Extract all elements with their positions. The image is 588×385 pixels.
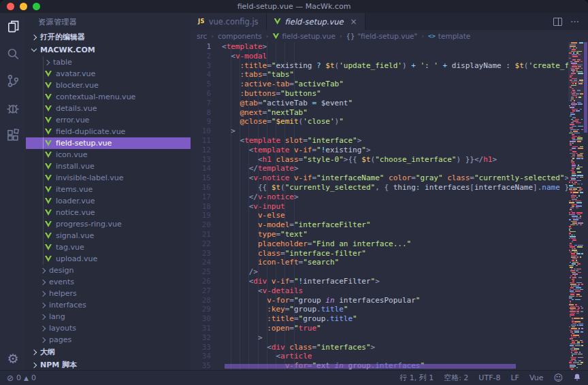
split-editor-icon[interactable]: [553, 18, 562, 26]
tree-item-interfaces[interactable]: interfaces: [26, 299, 191, 311]
tab-label: field-setup.vue: [285, 17, 344, 27]
vertical-scrollbar[interactable]: [583, 42, 588, 370]
tree-item-label: interfaces: [49, 301, 86, 309]
symbol-template-icon: <>: [428, 33, 436, 39]
vue-file-icon: [45, 221, 52, 227]
minimize-window-icon[interactable]: [20, 3, 27, 10]
breadcrumb-item-1[interactable]: src: [197, 32, 207, 40]
line-number: 13: [191, 155, 211, 165]
tree-item-progress-ring-vue[interactable]: progress-ring.vue: [26, 218, 191, 230]
tab-field-setup-vue[interactable]: field-setup.vue×: [267, 13, 365, 30]
tree-item-icon-vue[interactable]: icon.vue: [26, 149, 191, 161]
status-item-lf[interactable]: LF: [510, 373, 519, 382]
line-number: 9: [191, 117, 211, 127]
notifications-bell-icon[interactable]: [573, 373, 581, 384]
tab-vue-config-js[interactable]: JSvue.config.js: [191, 13, 267, 30]
line-number: 6: [191, 89, 211, 99]
breadcrumb-item-5[interactable]: <>template: [428, 32, 470, 40]
tree-item-label: install.vue: [56, 162, 95, 171]
maximize-window-icon[interactable]: [33, 3, 40, 10]
breadcrumb-item-2[interactable]: components: [218, 32, 262, 40]
tree-item-upload-vue[interactable]: upload.vue: [26, 253, 191, 265]
feedback-smiley-icon[interactable]: ☺: [553, 373, 563, 383]
settings-gear-icon[interactable]: ⚙: [0, 347, 26, 370]
line-number: 31: [191, 324, 211, 333]
outline-section[interactable]: 大纲: [26, 346, 191, 358]
code-line-text: <v-details: [222, 286, 568, 296]
tree-item-field-setup-vue[interactable]: field-setup.vue: [26, 137, 191, 149]
code-editor[interactable]: 1<template>2 <v-modal3 :title="existing …: [191, 42, 588, 370]
sidebar-title: 资源管理器: [26, 13, 191, 31]
close-tab-icon[interactable]: ×: [350, 17, 357, 27]
vue-file-icon: [45, 210, 52, 216]
tree-item-loader-vue[interactable]: loader.vue: [26, 195, 191, 207]
tree-item-label: table: [53, 58, 72, 67]
code-line-text: type="text": [222, 230, 568, 239]
title-bar: field-setup.vue — MacWk.com: [0, 0, 588, 13]
tree-item-label: upload.vue: [56, 254, 97, 263]
debug-icon[interactable]: [0, 95, 26, 122]
tree-item-tag-vue[interactable]: tag.vue: [26, 241, 191, 253]
breadcrumb-item-3[interactable]: field-setup.vue: [272, 32, 335, 40]
status-item-utf-8[interactable]: UTF-8: [478, 373, 500, 382]
status-item--2[interactable]: 空格: 2: [444, 373, 468, 383]
horizontal-scrollbar-thumb[interactable]: [225, 364, 516, 369]
status-bar: ⊘ 0 ▲ 0 行 1, 列 1空格: 2UTF-8LFVue ☺: [0, 370, 588, 385]
tree-item-helpers[interactable]: helpers: [26, 288, 191, 299]
tree-item-install-vue[interactable]: install.vue: [26, 161, 191, 172]
tree-item-items-vue[interactable]: items.vue: [26, 184, 191, 195]
npm-scripts-section[interactable]: NPM 脚本: [26, 358, 191, 370]
minimap[interactable]: [568, 42, 583, 370]
tree-item-details-vue[interactable]: details.vue: [26, 103, 191, 114]
source-control-icon[interactable]: [0, 67, 26, 95]
extensions-icon[interactable]: [0, 122, 26, 149]
workspace-root-section[interactable]: MACWK.COM: [26, 44, 191, 56]
close-window-icon[interactable]: [7, 3, 14, 10]
code-line-text: :buttons="buttons": [222, 89, 568, 99]
code-line: 16 {{ $t("currently_selected", { thing: …: [191, 183, 568, 192]
more-actions-icon[interactable]: ⋯: [570, 18, 580, 25]
tree-item-label: loader.vue: [56, 197, 95, 205]
vertical-scrollbar-thumb[interactable]: [584, 42, 587, 133]
code-line-text: v-else: [222, 211, 568, 220]
tree-item-pages[interactable]: pages: [26, 334, 191, 346]
tree-item-error-vue[interactable]: error.vue: [26, 114, 191, 126]
code-line-text: :title="existing ? $t('update_field') + …: [222, 61, 568, 71]
tree-item-label: events: [49, 278, 74, 286]
tree-item-notice-vue[interactable]: notice.vue: [26, 207, 191, 218]
search-icon[interactable]: [0, 40, 26, 67]
tree-item-contextual-menu-vue[interactable]: contextual-menu.vue: [26, 91, 191, 103]
code-line: 22 placeholder="Find an interface...": [191, 239, 568, 249]
indent-guide: [43, 80, 44, 91]
chevron-right-icon: [40, 267, 46, 273]
tree-item-events[interactable]: events: [26, 276, 191, 288]
tree-item-invisible-label-vue[interactable]: invisible-label.vue: [26, 172, 191, 184]
open-editors-section[interactable]: 打开的编辑器: [26, 31, 191, 44]
file-tree: tableavatar.vueblocker.vuecontextual-men…: [26, 56, 191, 346]
tree-item-lang[interactable]: lang: [26, 311, 191, 322]
tree-item-field-duplicate-vue[interactable]: field-duplicate.vue: [26, 126, 191, 137]
code-line: 23 class="interface-filter": [191, 249, 568, 258]
breadcrumb-item-4[interactable]: {}"field-setup.vue": [346, 32, 418, 40]
explorer-sidebar: 资源管理器 打开的编辑器 MACWK.COM tableavatar.vuebl…: [26, 13, 191, 370]
js-file-icon: JS: [198, 18, 205, 24]
status-item--1-1[interactable]: 行 1, 列 1: [399, 373, 434, 383]
vscode-window: field-setup.vue — MacWk.com ⚙ 资源管理器: [0, 0, 588, 385]
tree-item-signal-vue[interactable]: signal.vue: [26, 230, 191, 241]
tree-item-design[interactable]: design: [26, 265, 191, 276]
tree-item-label: progress-ring.vue: [56, 220, 122, 229]
tree-item-layouts[interactable]: layouts: [26, 322, 191, 334]
explorer-icon[interactable]: [0, 13, 26, 40]
tree-item-avatar-vue[interactable]: avatar.vue: [26, 68, 191, 80]
braces-icon: {}: [346, 33, 355, 40]
tree-item-label: layouts: [49, 324, 76, 333]
problems-indicator[interactable]: ⊘ 0 ▲ 0: [7, 373, 36, 383]
chevron-right-icon: [31, 362, 37, 367]
tree-item-table[interactable]: table: [26, 56, 191, 68]
breadcrumb-label: field-setup.vue: [282, 32, 335, 40]
breadcrumb-label: "field-setup.vue": [357, 32, 417, 40]
tree-item-blocker-vue[interactable]: blocker.vue: [26, 80, 191, 91]
line-number: 8: [191, 108, 211, 118]
code-line-text: :active-tab="activeTab": [222, 80, 568, 89]
status-item-vue[interactable]: Vue: [529, 373, 544, 382]
